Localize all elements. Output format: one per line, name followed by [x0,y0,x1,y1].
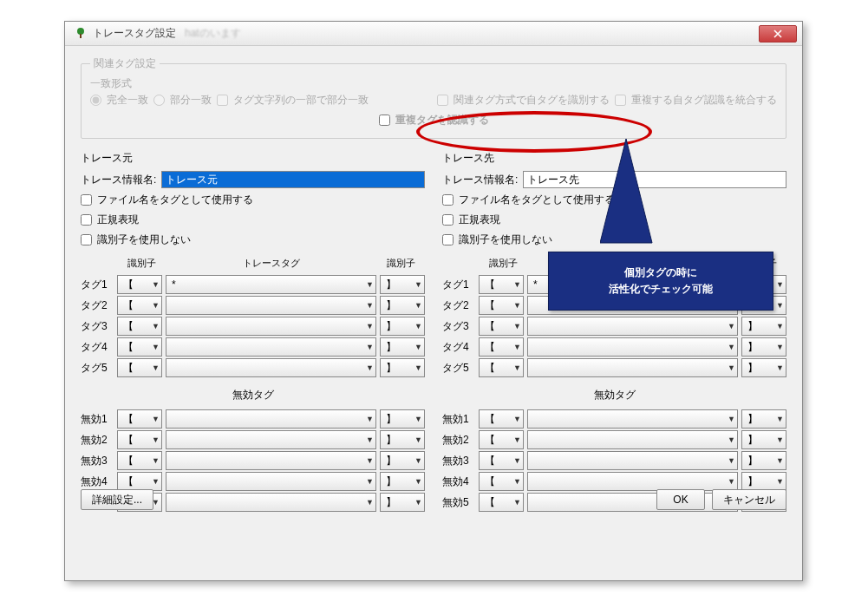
row-label: タグ2 [442,298,475,313]
tag-combo[interactable]: ▼ [166,317,376,336]
tag-combo[interactable]: ▼ [527,451,738,470]
panel-source-title: トレース元 [81,151,425,166]
id-right-combo[interactable]: 】▼ [741,409,786,429]
chevron-down-icon: ▼ [776,280,784,289]
chevron-down-icon: ▼ [414,322,422,330]
ok-button[interactable]: OK [656,489,705,510]
source-chk-no-ident-input[interactable] [81,234,92,245]
tree-icon [74,27,88,41]
tag-combo[interactable]: *▼ [166,275,376,294]
id-right-combo[interactable]: 】▼ [741,472,786,491]
tag-combo[interactable]: ▼ [527,317,738,336]
id-left-combo[interactable]: 【▼ [117,358,162,377]
chk-recognize-dup[interactable]: 重複タグを認識する [379,113,489,128]
id-left-combo[interactable]: 【▼ [117,337,162,357]
id-left-combo[interactable]: 【▼ [479,337,524,357]
tag-combo[interactable]: ▼ [527,358,738,377]
dest-chk-regex-input[interactable] [442,214,454,226]
chevron-down-icon: ▼ [414,435,422,444]
source-chk-filename[interactable]: ファイル名をタグとして使用する [81,193,425,207]
row-label: 無効2 [81,433,114,448]
id-left-combo[interactable]: 【▼ [479,275,524,294]
id-left-combo[interactable]: 【▼ [117,409,162,429]
chevron-down-icon: ▼ [152,280,160,289]
tag-combo[interactable]: ▼ [527,337,738,357]
radio-partial-match-input[interactable] [153,95,165,106]
id-left-combo[interactable]: 【▼ [479,358,524,377]
source-info-input[interactable] [161,171,425,188]
id-left-combo[interactable]: 【▼ [479,472,524,491]
id-left-combo[interactable]: 【▼ [479,317,524,336]
id-left-combo[interactable]: 【▼ [479,296,524,315]
id-left-combo[interactable]: 【▼ [117,317,162,336]
tag-combo[interactable]: ▼ [166,430,376,449]
chevron-down-icon: ▼ [414,415,422,423]
source-chk-no-ident[interactable]: 識別子を使用しない [81,232,425,247]
chk-substring[interactable]: タグ文字列の一部で部分一致 [217,93,369,108]
chevron-down-icon: ▼ [728,343,735,351]
id-left-combo[interactable]: 【▼ [117,296,162,315]
chk-substring-input[interactable] [217,95,228,106]
source-chk-regex[interactable]: 正規表現 [81,213,425,227]
tag-combo[interactable]: ▼ [166,409,376,429]
row-label: 無効3 [81,454,114,468]
chk-merge[interactable]: 重複する自タグ認識を統合する [615,93,777,108]
id-right-combo[interactable]: 】▼ [380,472,425,491]
chevron-down-icon: ▼ [152,477,160,486]
source-invalid-label: 無効タグ [81,388,425,402]
close-button[interactable] [759,25,797,43]
radio-partial-match[interactable]: 部分一致 [153,93,212,108]
tag-combo[interactable]: ▼ [166,472,376,491]
chevron-down-icon: ▼ [513,435,521,444]
tag-combo[interactable]: ▼ [527,409,738,429]
close-icon [773,29,782,38]
callout-pointer-icon [600,139,678,269]
chk-merge-input[interactable] [615,95,626,106]
tag-combo[interactable]: ▼ [166,337,376,357]
id-right-combo[interactable]: 】▼ [380,409,425,429]
chevron-down-icon: ▼ [152,415,160,423]
id-left-combo[interactable]: 【▼ [117,451,162,470]
chevron-down-icon: ▼ [366,435,374,444]
id-right-combo[interactable]: 】▼ [380,275,425,294]
tag-combo[interactable]: ▼ [166,451,376,470]
detail-button[interactable]: 詳細設定... [81,489,153,510]
id-right-combo[interactable]: 】▼ [380,430,425,449]
dest-chk-filename-input[interactable] [442,194,454,206]
chk-same-row-input[interactable] [437,95,448,106]
id-left-combo[interactable]: 【▼ [117,430,162,449]
dest-chk-no-ident-input[interactable] [442,234,454,245]
dest-invalid-label: 無効タグ [442,388,786,402]
cancel-button[interactable]: キャンセル [712,489,786,510]
id-left-combo[interactable]: 【▼ [117,472,162,491]
source-chk-regex-input[interactable] [81,214,92,226]
id-left-combo[interactable]: 【▼ [479,409,524,429]
id-right-combo[interactable]: 】▼ [741,337,786,357]
panels: トレース元 トレース情報名: ファイル名をタグとして使用する 正規表現 識別子を… [81,147,786,514]
chevron-down-icon: ▼ [366,343,374,351]
source-chk-filename-input[interactable] [81,194,92,206]
id-right-combo[interactable]: 】▼ [380,337,425,357]
chk-recognize-dup-input[interactable] [379,115,390,126]
id-right-combo[interactable]: 】▼ [380,317,425,336]
id-right-combo[interactable]: 】▼ [380,451,425,470]
chevron-down-icon: ▼ [728,456,735,465]
id-right-combo[interactable]: 】▼ [380,296,425,315]
chevron-down-icon: ▼ [366,456,374,465]
tag-combo[interactable]: ▼ [527,472,738,491]
radio-full-match-input[interactable] [90,95,101,106]
tag-combo[interactable]: ▼ [166,296,376,315]
id-right-combo[interactable]: 】▼ [741,358,786,377]
id-left-combo[interactable]: 【▼ [479,430,524,449]
radio-full-match[interactable]: 完全一致 [90,93,148,108]
titlebar: トレースタグ設定 hatのいます [65,22,802,46]
tag-combo[interactable]: ▼ [166,358,376,377]
id-left-combo[interactable]: 【▼ [117,275,162,294]
id-left-combo[interactable]: 【▼ [479,451,524,470]
tag-combo[interactable]: ▼ [527,430,738,449]
id-right-combo[interactable]: 】▼ [380,358,425,377]
chk-same-row[interactable]: 関連タグ方式で自タグを識別する [437,93,610,108]
id-right-combo[interactable]: 】▼ [741,451,786,470]
id-right-combo[interactable]: 】▼ [741,317,786,336]
id-right-combo[interactable]: 】▼ [741,430,786,449]
